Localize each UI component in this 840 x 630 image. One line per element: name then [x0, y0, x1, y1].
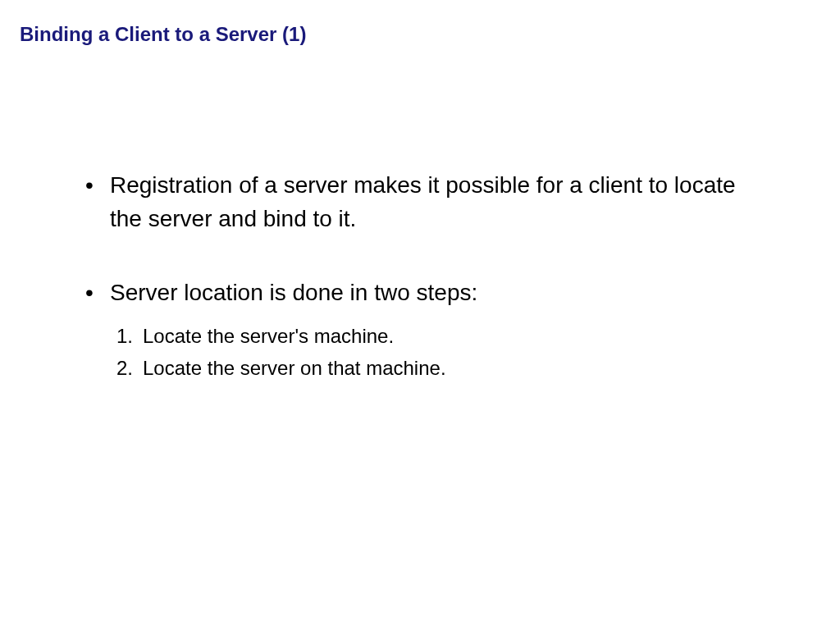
- sublist-text: Locate the server's machine.: [143, 325, 394, 347]
- sublist-item: Locate the server on that machine.: [116, 352, 771, 385]
- slide-title: Binding a Client to a Server (1): [20, 23, 820, 46]
- sublist-item: Locate the server's machine.: [116, 320, 771, 353]
- bullet-item: Server location is done in two steps: Lo…: [77, 276, 771, 385]
- sublist-text: Locate the server on that machine.: [143, 357, 446, 379]
- main-bullet-list: Registration of a server makes it possib…: [77, 169, 771, 385]
- slide: Binding a Client to a Server (1) Registr…: [0, 0, 840, 630]
- bullet-text: Server location is done in two steps:: [110, 280, 477, 305]
- numbered-sublist: Locate the server's machine. Locate the …: [110, 320, 771, 385]
- slide-content: Registration of a server makes it possib…: [20, 169, 820, 385]
- bullet-text: Registration of a server makes it possib…: [110, 172, 736, 231]
- bullet-item: Registration of a server makes it possib…: [77, 169, 771, 235]
